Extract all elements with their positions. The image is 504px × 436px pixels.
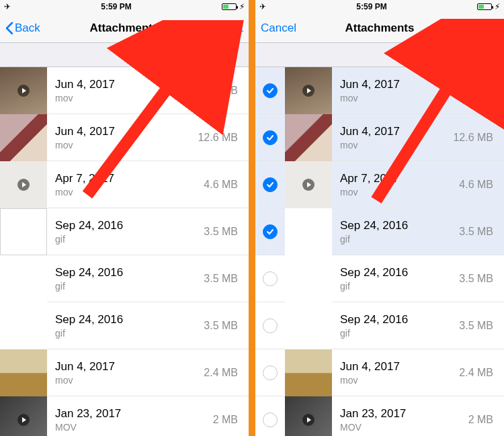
navbar: Back Attachments Edit: [0, 13, 249, 43]
charging-icon: ⚡︎: [239, 2, 245, 11]
airplane-mode-icon: ✈︎: [4, 2, 11, 11]
list-item[interactable]: Apr 7, 2017mov4.6 MB: [0, 161, 249, 208]
section-spacer: [0, 43, 249, 67]
attachments-list: Jun 4, 2017mov26.5 MBJun 4, 2017mov12.6 …: [255, 67, 504, 436]
list-item[interactable]: Sep 24, 2016gif3.5 MB: [255, 255, 504, 302]
attachment-type: gif: [340, 234, 459, 245]
attachment-date: Sep 24, 2016: [55, 219, 204, 232]
status-time: 5:59 PM: [356, 2, 386, 11]
attachment-date: Jun 4, 2017: [340, 78, 453, 91]
attachment-type: mov: [340, 375, 459, 386]
attachment-meta: Jun 4, 2017mov: [47, 125, 198, 150]
attachment-meta: Sep 24, 2016gif: [47, 219, 204, 245]
trash-icon: [484, 21, 499, 36]
attachment-date: Jun 4, 2017: [55, 360, 204, 374]
list-item[interactable]: Jun 4, 2017mov12.6 MB: [0, 114, 249, 161]
back-button[interactable]: Back: [5, 21, 52, 35]
attachment-thumbnail: [0, 161, 47, 208]
attachment-meta: Sep 24, 2016gif: [332, 266, 459, 292]
list-item[interactable]: Jun 4, 2017mov2.4 MB: [0, 349, 249, 396]
attachment-type: gif: [340, 281, 459, 292]
attachment-date: Sep 24, 2016: [55, 313, 204, 326]
battery-icon: [477, 3, 492, 10]
navbar: Cancel Attachments: [255, 13, 504, 43]
attachment-size: 26.5 MB: [198, 85, 249, 97]
attachment-size: 2.4 MB: [459, 367, 504, 379]
attachment-type: MOV: [340, 422, 468, 433]
attachment-size: 3.5 MB: [204, 226, 249, 238]
attachment-meta: Sep 24, 2016gif: [332, 219, 459, 245]
selection-checkbox[interactable]: [255, 83, 285, 98]
attachment-type: gif: [55, 328, 204, 339]
attachment-size: 3.5 MB: [204, 273, 249, 285]
charging-icon: ⚡︎: [495, 2, 500, 11]
airplane-mode-icon: ✈︎: [259, 2, 266, 11]
list-item[interactable]: Jun 4, 2017mov2.4 MB: [255, 349, 504, 396]
attachment-meta: Apr 7, 2017mov: [47, 172, 204, 198]
left-screen: ✈︎ 5:59 PM ⚡︎ Back Attachments Edit Jun …: [0, 0, 249, 436]
attachment-type: gif: [55, 281, 204, 292]
selection-checkbox[interactable]: [255, 318, 285, 333]
list-item[interactable]: Jun 4, 2017mov12.6 MB: [255, 114, 504, 161]
list-item[interactable]: Apr 7, 2017mov4.6 MB: [255, 161, 504, 208]
attachment-date: Sep 24, 2016: [340, 219, 459, 232]
attachment-size: 4.6 MB: [459, 179, 504, 191]
attachment-size: 3.5 MB: [459, 273, 504, 285]
selection-checkbox[interactable]: [255, 271, 285, 286]
selection-checkbox[interactable]: [255, 177, 285, 192]
selection-checkbox[interactable]: [255, 365, 285, 380]
attachment-date: Jun 4, 2017: [55, 125, 198, 138]
attachment-type: mov: [340, 187, 459, 198]
attachment-thumbnail: [285, 208, 332, 255]
attachment-thumbnail: [285, 114, 332, 161]
attachment-thumbnail: [285, 67, 332, 114]
attachment-thumbnail: [285, 349, 332, 396]
cancel-label: Cancel: [261, 21, 296, 35]
attachment-size: 3.5 MB: [459, 320, 504, 332]
edit-button[interactable]: Edit: [196, 21, 243, 35]
list-item[interactable]: Jun 4, 2017mov26.5 MB: [0, 67, 249, 114]
attachment-date: Jun 4, 2017: [340, 125, 453, 138]
list-item[interactable]: Sep 24, 2016gif3.5 MB: [0, 208, 249, 255]
list-item[interactable]: Jan 23, 2017MOV2 MB: [255, 396, 504, 436]
cancel-button[interactable]: Cancel: [261, 21, 308, 35]
attachment-thumbnail: [0, 208, 47, 255]
selection-checkbox[interactable]: [255, 224, 285, 239]
list-item[interactable]: Jun 4, 2017mov26.5 MB: [255, 67, 504, 114]
attachment-thumbnail: [0, 349, 47, 396]
delete-button[interactable]: [452, 21, 499, 36]
attachment-date: Sep 24, 2016: [55, 266, 204, 279]
attachment-meta: Jun 4, 2017mov: [47, 360, 204, 386]
battery-icon: [222, 3, 237, 10]
list-item[interactable]: Sep 24, 2016gif3.5 MB: [255, 208, 504, 255]
attachment-type: gif: [340, 328, 459, 339]
list-item[interactable]: Sep 24, 2016gif3.5 MB: [0, 302, 249, 349]
section-spacer: [255, 43, 504, 67]
status-bar: ✈︎ 5:59 PM ⚡︎: [255, 0, 504, 13]
status-bar: ✈︎ 5:59 PM ⚡︎: [0, 0, 249, 13]
edit-label: Edit: [224, 21, 243, 35]
attachment-date: Jun 4, 2017: [340, 360, 459, 374]
attachment-size: 2 MB: [213, 414, 249, 426]
attachment-size: 2 MB: [468, 414, 504, 426]
status-time: 5:59 PM: [101, 2, 131, 11]
attachment-type: gif: [55, 234, 204, 245]
attachment-size: 4.6 MB: [204, 179, 249, 191]
attachment-thumbnail: [0, 396, 47, 437]
attachment-size: 3.5 MB: [204, 320, 249, 332]
list-item[interactable]: Sep 24, 2016gif3.5 MB: [255, 302, 504, 349]
attachment-meta: Sep 24, 2016gif: [47, 313, 204, 339]
attachment-date: Sep 24, 2016: [340, 313, 459, 326]
list-item[interactable]: Jan 23, 2017MOV2 MB: [0, 396, 249, 436]
selection-checkbox[interactable]: [255, 130, 285, 145]
attachment-meta: Jan 23, 2017MOV: [332, 407, 468, 433]
list-item[interactable]: Sep 24, 2016gif3.5 MB: [0, 255, 249, 302]
attachment-thumbnail: [285, 255, 332, 302]
attachment-meta: Jun 4, 2017mov: [332, 78, 453, 103]
selection-checkbox[interactable]: [255, 412, 285, 427]
attachment-size: 12.6 MB: [453, 132, 504, 144]
attachment-thumbnail: [285, 396, 332, 437]
attachment-size: 3.5 MB: [459, 226, 504, 238]
attachment-type: mov: [55, 140, 198, 150]
attachment-date: Apr 7, 2017: [340, 172, 459, 185]
